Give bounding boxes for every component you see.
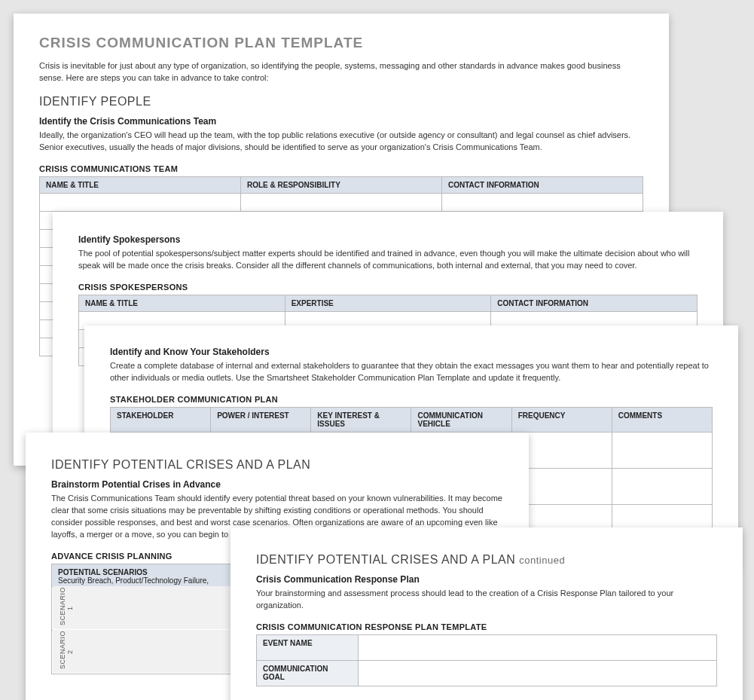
table-title-response-plan: CRISIS COMMUNICATION RESPONSE PLAN TEMPL… [256, 622, 717, 631]
table-row [40, 193, 643, 211]
team-body: Ideally, the organization's CEO will hea… [39, 130, 643, 154]
response-plan-body: Your brainstorming and assessment proces… [256, 588, 717, 612]
scenarios-subtext: Security Breach, Product/Technology Fail… [58, 576, 209, 585]
col-potential-scenarios: POTENTIAL SCENARIOS [58, 568, 148, 576]
table-title-team: CRISIS COMMUNICATIONS TEAM [39, 164, 643, 173]
col-frequency: FREQUENCY [511, 407, 612, 432]
subheading-team: Identify the Crisis Communications Team [39, 116, 643, 127]
section-identify-crises-cont: IDENTIFY POTENTIAL CRISES AND A PLAN con… [256, 553, 717, 567]
stakeholders-body: Create a complete database of internal a… [110, 360, 713, 384]
col-name-title: NAME & TITLE [40, 176, 241, 193]
page-5: IDENTIFY POTENTIAL CRISES AND A PLAN con… [230, 527, 743, 700]
doc-title: CRISIS COMMUNICATION PLAN TEMPLATE [39, 35, 643, 51]
col-role: ROLE & RESPONSIBILITY [241, 176, 442, 193]
response-plan-table: EVENT NAME COMMUNICATION GOAL [256, 634, 717, 686]
col-stakeholder: STAKEHOLDER [111, 407, 211, 432]
subheading-response-plan: Crisis Communication Response Plan [256, 574, 717, 585]
intro-text: Crisis is inevitable for just about any … [39, 60, 643, 84]
section-identify-people: IDENTIFY PEOPLE [39, 95, 643, 109]
row-communication-goal: COMMUNICATION GOAL [257, 660, 359, 686]
table-title-spokespersons: CRISIS SPOKESPERSONS [78, 283, 698, 292]
continued-label: continued [519, 555, 565, 566]
heading-text: IDENTIFY POTENTIAL CRISES AND A PLAN [256, 553, 515, 566]
table-title-stakeholders: STAKEHOLDER COMMUNICATION PLAN [110, 395, 713, 404]
table-row: EVENT NAME [257, 634, 717, 660]
col-name-title: NAME & TITLE [79, 295, 285, 311]
subheading-stakeholders: Identify and Know Your Stakeholders [110, 347, 713, 357]
spokespersons-body: The pool of potential spokespersons/subj… [78, 248, 698, 272]
col-comm-vehicle: COMMUNICATION VEHICLE [411, 407, 511, 432]
col-expertise: EXPERTISE [285, 295, 491, 311]
col-contact: CONTACT INFORMATION [442, 176, 643, 193]
col-key-interest: KEY INTEREST & ISSUES [311, 407, 411, 432]
table-row: COMMUNICATION GOAL [257, 660, 717, 686]
col-power-interest: POWER / INTEREST [211, 407, 311, 432]
row-event-name: EVENT NAME [257, 634, 359, 660]
col-comments: COMMENTS [612, 407, 712, 432]
section-identify-crises: IDENTIFY POTENTIAL CRISES AND A PLAN [51, 458, 503, 472]
subheading-brainstorm: Brainstorm Potential Crises in Advance [51, 479, 503, 490]
col-contact: CONTACT INFORMATION [491, 295, 698, 311]
subheading-spokespersons: Identify Spokespersons [78, 234, 698, 245]
